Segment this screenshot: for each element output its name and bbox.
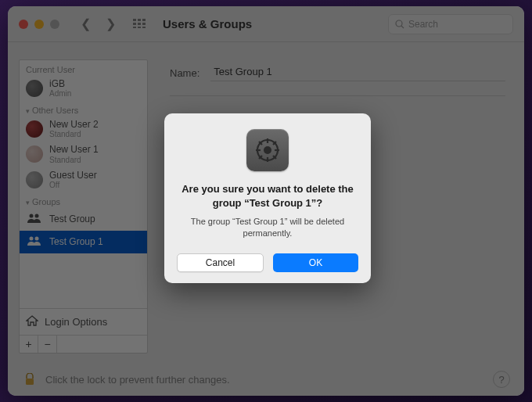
svg-point-25 [264,146,271,154]
svg-line-10 [401,26,404,28]
avatar [26,80,43,97]
nav-buttons: ❮ ❯ [77,16,119,31]
svg-rect-0 [133,19,136,21]
svg-point-11 [30,214,34,217]
svg-rect-1 [138,19,141,21]
search-input[interactable]: Search [388,14,513,34]
sidebar-cat-other[interactable]: ▾Other Users [20,101,147,117]
house-icon [26,315,38,328]
svg-rect-5 [142,23,146,25]
show-all-prefs-button[interactable] [133,17,146,31]
sidebar-user-newuser1[interactable]: New User 1Standard [20,142,147,167]
lock-hint: Click the lock to prevent further change… [45,374,230,386]
add-remove-bar: + − [20,335,147,353]
cancel-button[interactable]: Cancel [177,253,264,272]
svg-point-12 [35,214,39,217]
search-icon [395,20,404,29]
svg-rect-3 [133,23,136,25]
sidebar-cat-current: Current User [20,60,147,76]
ok-button[interactable]: OK [273,253,358,272]
titlebar: ❮ ❯ Users & Groups Search [8,6,524,42]
sidebar-user-igb[interactable]: iGB Admin [20,76,147,101]
name-label: Name: [170,67,200,79]
svg-rect-7 [138,27,141,28]
svg-point-13 [30,236,34,240]
users-icon [26,214,43,225]
svg-point-9 [396,20,402,27]
bottom-bar: Click the lock to prevent further change… [8,363,524,396]
sidebar-group-testgroup1[interactable]: Test Group 1 [20,231,147,253]
close-window-button[interactable] [19,20,28,29]
sidebar-user-guest[interactable]: Guest UserOff [20,167,147,192]
confirm-delete-dialog: Are you sure you want to delete the grou… [164,113,371,283]
sidebar-cat-groups[interactable]: ▾Groups [20,192,147,208]
zoom-window-button[interactable] [50,20,59,29]
page-title: Users & Groups [163,17,252,31]
remove-user-button[interactable]: − [38,336,57,353]
dialog-message: The group “Test Group 1” will be deleted… [177,216,358,239]
sidebar-group-testgroup[interactable]: Test Group [20,208,147,231]
svg-rect-4 [138,23,141,25]
svg-rect-8 [142,27,146,28]
group-name-field[interactable]: Test Group 1 [210,64,505,81]
dialog-title: Are you sure you want to delete the grou… [177,182,358,210]
login-options[interactable]: Login Options [20,309,147,335]
system-preferences-icon [246,129,289,171]
sidebar: Current User iGB Admin ▾Other Users New … [19,59,148,354]
search-placeholder: Search [408,19,438,30]
back-button[interactable]: ❮ [77,16,94,31]
avatar [26,145,43,163]
lock-icon[interactable] [22,371,38,387]
minimize-window-button[interactable] [34,20,44,29]
svg-point-14 [35,236,39,240]
users-icon [26,236,43,248]
help-button[interactable]: ? [493,371,510,388]
svg-rect-2 [142,19,146,21]
svg-rect-15 [26,379,34,385]
avatar [26,171,43,188]
svg-rect-6 [133,27,136,28]
avatar [26,120,43,138]
add-user-button[interactable]: + [20,336,38,353]
window-controls [19,20,59,29]
sidebar-user-newuser2[interactable]: New User 2Standard [20,117,147,142]
forward-button[interactable]: ❯ [102,16,119,31]
